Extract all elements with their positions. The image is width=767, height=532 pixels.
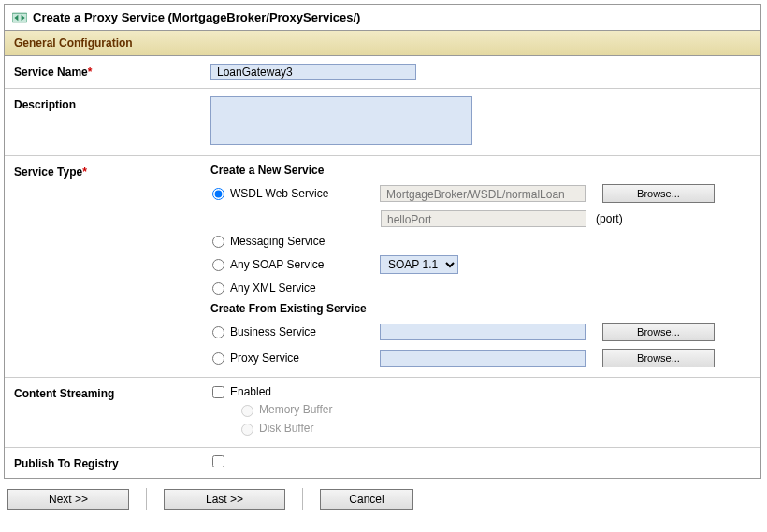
browse-wsdl-button[interactable]: Browse... [602, 184, 715, 203]
option-wsdl: WSDL Web Service MortgageBroker/WSDL/nor… [210, 184, 751, 203]
row-service-type: Service Type* Create a New Service WSDL … [5, 156, 760, 378]
radio-wsdl[interactable] [212, 188, 224, 200]
last-button[interactable]: Last >> [164, 489, 285, 510]
button-bar: Next >> Last >> Cancel [4, 479, 763, 520]
divider [146, 488, 147, 510]
label-publish-registry: Publish To Registry [14, 457, 119, 470]
business-service-box [380, 324, 586, 340]
service-name-input[interactable] [210, 64, 416, 80]
wsdl-port-row: helloPort (port) [210, 210, 751, 227]
required-marker: * [88, 65, 93, 79]
label-proxy-option: Proxy Service [230, 352, 380, 365]
create-proxy-panel: Create a Proxy Service (MortgageBroker/P… [4, 4, 761, 479]
label-xml-option: Any XML Service [230, 281, 380, 295]
checkbox-streaming-enabled[interactable] [212, 386, 224, 398]
row-publish-registry: Publish To Registry [5, 448, 760, 478]
option-messaging: Messaging Service [210, 235, 751, 248]
proxy-service-box [380, 350, 586, 367]
checkbox-publish-registry[interactable] [212, 455, 224, 467]
option-soap: Any SOAP Service SOAP 1.1 [210, 255, 751, 274]
label-disk-buffer: Disk Buffer [259, 422, 313, 435]
radio-disk-buffer [241, 424, 253, 436]
section-general-config: General Configuration [5, 30, 760, 56]
wsdl-path-box: MortgageBroker/WSDL/normalLoan [380, 185, 586, 202]
row-description: Description [5, 89, 760, 156]
next-button[interactable]: Next >> [7, 489, 129, 510]
radio-xml[interactable] [212, 282, 224, 295]
cancel-button[interactable]: Cancel [320, 489, 413, 510]
radio-proxy[interactable] [212, 352, 224, 365]
description-textarea[interactable] [210, 96, 472, 145]
required-marker: * [82, 165, 87, 179]
panel-header: Create a Proxy Service (MortgageBroker/P… [5, 5, 760, 30]
option-business-service: Business Service Browse... [210, 323, 751, 341]
label-service-type: Service Type [14, 165, 82, 179]
option-proxy-service: Proxy Service Browse... [210, 349, 751, 367]
wsdl-port-box: helloPort [381, 210, 586, 227]
soap-version-select[interactable]: SOAP 1.1 [380, 255, 458, 274]
browse-proxy-button[interactable]: Browse... [602, 349, 715, 367]
label-content-streaming: Content Streaming [14, 387, 114, 400]
label-wsdl-option: WSDL Web Service [230, 187, 380, 200]
radio-messaging[interactable] [212, 236, 224, 248]
label-soap-option: Any SOAP Service [230, 258, 380, 271]
label-description: Description [14, 98, 76, 111]
radio-memory-buffer [241, 405, 253, 417]
heading-create-new-service: Create a New Service [210, 164, 751, 177]
option-xml: Any XML Service [210, 281, 751, 295]
label-service-name: Service Name [14, 65, 88, 79]
label-messaging-option: Messaging Service [230, 235, 380, 248]
proxy-service-icon [12, 11, 27, 24]
label-streaming-enabled: Enabled [230, 385, 271, 398]
heading-create-existing: Create From Existing Service [210, 302, 751, 315]
row-content-streaming: Content Streaming Enabled Memory Buffer … [5, 378, 760, 448]
label-business-option: Business Service [230, 325, 380, 338]
page-title: Create a Proxy Service (MortgageBroker/P… [33, 10, 360, 24]
wsdl-port-suffix: (port) [596, 212, 623, 225]
divider [302, 488, 303, 510]
row-service-name: Service Name* [5, 56, 760, 89]
label-memory-buffer: Memory Buffer [259, 403, 332, 416]
radio-business[interactable] [212, 326, 224, 338]
radio-soap[interactable] [212, 259, 224, 271]
browse-business-button[interactable]: Browse... [602, 323, 715, 341]
